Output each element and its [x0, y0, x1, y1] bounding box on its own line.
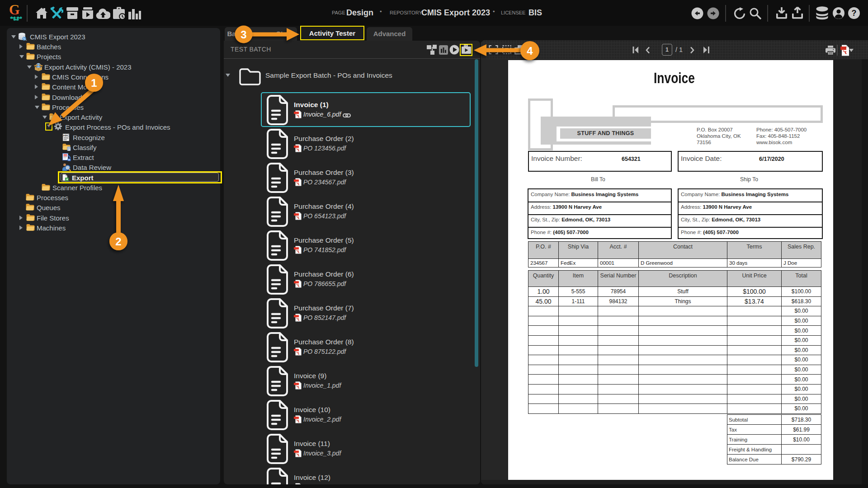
svg-text:3: 3: [241, 28, 246, 41]
svg-text:4: 4: [527, 45, 533, 57]
svg-text:2: 2: [115, 235, 121, 248]
svg-text:1: 1: [91, 77, 97, 89]
